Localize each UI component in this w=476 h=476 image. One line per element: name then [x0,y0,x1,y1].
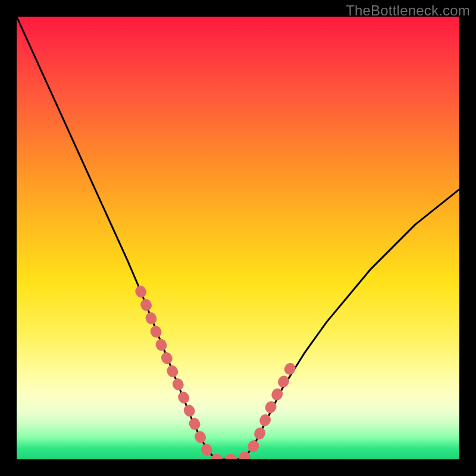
data-points [140,291,291,459]
chart-frame [17,17,459,459]
bottleneck-plot [17,17,459,459]
watermark-text: TheBottleneck.com [346,2,470,19]
bottleneck-curve [17,17,459,459]
